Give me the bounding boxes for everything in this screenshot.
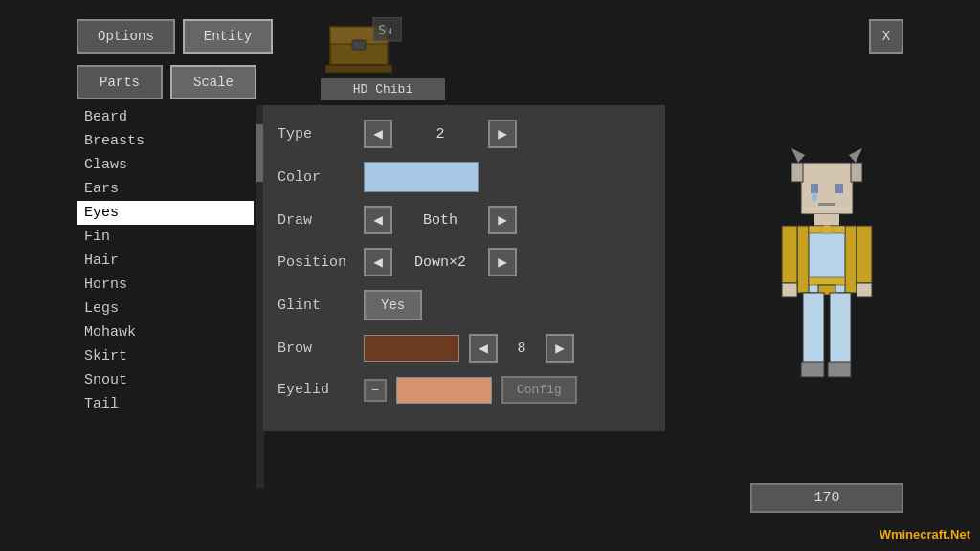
color-row: Color	[278, 162, 651, 192]
close-button[interactable]: X	[869, 19, 903, 54]
svg-rect-6	[801, 163, 853, 214]
parts-list: Beard Breasts Claws Ears Eyes Fin Hair H…	[77, 105, 254, 416]
glint-toggle[interactable]: Yes	[364, 290, 422, 320]
eyelid-swatch[interactable]	[396, 377, 492, 404]
eyelid-row: Eyelid − Config	[278, 376, 651, 404]
entity-button[interactable]: Entity	[183, 19, 273, 54]
svg-rect-27	[830, 293, 851, 369]
color-swatch[interactable]	[364, 162, 479, 192]
brow-swatch[interactable]	[364, 335, 459, 362]
chest-icon: S₄	[325, 17, 402, 84]
svg-rect-25	[857, 283, 872, 297]
dropdown-hint[interactable]: HD Chibi	[321, 78, 445, 100]
part-fin[interactable]: Fin	[77, 225, 254, 249]
config-button[interactable]: Config	[501, 376, 577, 404]
eyelid-minus-button[interactable]: −	[364, 379, 387, 402]
second-nav: Parts Scale	[77, 65, 256, 99]
part-eyes[interactable]: Eyes	[77, 201, 254, 225]
position-left-arrow[interactable]: ◀	[364, 248, 392, 276]
svg-rect-28	[801, 362, 824, 377]
brow-left-arrow[interactable]: ◀	[469, 334, 498, 363]
svg-rect-20	[809, 277, 845, 285]
svg-point-13	[812, 192, 817, 202]
watermark: Wminecraft.Net	[880, 527, 970, 541]
part-tail[interactable]: Tail	[77, 392, 254, 416]
part-claws[interactable]: Claws	[77, 153, 254, 177]
svg-marker-9	[791, 148, 805, 163]
parts-button[interactable]: Parts	[77, 65, 163, 99]
part-beard[interactable]: Beard	[77, 105, 254, 129]
eyelid-label: Eyelid	[278, 382, 354, 398]
part-snout[interactable]: Snout	[77, 368, 254, 392]
main-panel: HD Chibi Type ◀ 2 ▶ Color Draw ◀ Both ▶ …	[263, 105, 665, 431]
svg-rect-17	[797, 226, 809, 293]
part-breasts[interactable]: Breasts	[77, 129, 254, 153]
glint-label: Glint	[278, 298, 354, 314]
svg-rect-3	[325, 65, 392, 73]
brow-right-arrow[interactable]: ▶	[546, 334, 574, 363]
character-svg	[765, 143, 889, 430]
top-nav: Options Entity	[77, 19, 273, 54]
part-horns[interactable]: Horns	[77, 273, 254, 297]
draw-left-arrow[interactable]: ◀	[364, 206, 392, 234]
part-ears[interactable]: Ears	[77, 177, 254, 201]
svg-rect-15	[814, 214, 839, 226]
part-legs[interactable]: Legs	[77, 297, 254, 320]
brow-label: Brow	[278, 341, 354, 357]
svg-rect-11	[811, 184, 818, 193]
position-value: Down×2	[402, 254, 479, 271]
type-value: 2	[402, 126, 479, 143]
svg-text:S₄: S₄	[378, 22, 394, 37]
svg-rect-2	[352, 40, 366, 50]
draw-row: Draw ◀ Both ▶	[278, 206, 651, 234]
position-row: Position ◀ Down×2 ▶	[278, 248, 651, 276]
position-label: Position	[278, 254, 354, 271]
type-label: Type	[278, 126, 354, 143]
svg-rect-12	[835, 184, 843, 193]
svg-rect-26	[803, 293, 824, 369]
character-container	[765, 105, 889, 469]
part-mohawk[interactable]: Mohawk	[77, 320, 254, 344]
type-right-arrow[interactable]: ▶	[488, 120, 517, 148]
draw-value: Both	[402, 212, 479, 229]
type-row: Type ◀ 2 ▶	[278, 120, 651, 148]
svg-marker-10	[849, 148, 862, 163]
brow-row: Brow ◀ 8 ▶	[278, 334, 651, 363]
svg-rect-29	[828, 362, 851, 377]
svg-rect-23	[857, 226, 872, 283]
svg-point-30	[821, 225, 833, 234]
brow-value: 8	[507, 341, 536, 357]
part-hair[interactable]: Hair	[77, 249, 254, 273]
svg-rect-24	[782, 283, 797, 297]
draw-label: Draw	[278, 212, 354, 229]
skin-preview	[750, 105, 903, 469]
svg-rect-14	[818, 203, 835, 206]
scale-button[interactable]: Scale	[170, 65, 256, 99]
options-button[interactable]: Options	[77, 19, 175, 54]
draw-right-arrow[interactable]: ▶	[488, 206, 517, 234]
part-skirt[interactable]: Skirt	[77, 344, 254, 368]
svg-rect-22	[782, 226, 797, 283]
svg-rect-18	[845, 226, 857, 293]
svg-rect-7	[791, 163, 803, 182]
glint-row: Glint Yes	[278, 290, 651, 320]
color-label: Color	[278, 169, 354, 186]
type-left-arrow[interactable]: ◀	[364, 120, 392, 148]
position-right-arrow[interactable]: ▶	[488, 248, 517, 276]
svg-rect-8	[851, 163, 862, 182]
counter-display: 170	[750, 483, 903, 513]
